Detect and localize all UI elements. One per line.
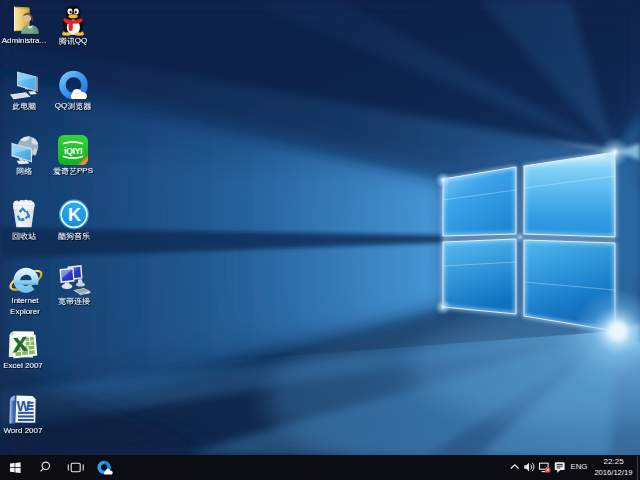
svg-text:2016/12/19: 2016/12/19 <box>594 468 632 477</box>
svg-text:W: W <box>17 398 31 414</box>
svg-text:PPS: PPS <box>77 166 93 175</box>
svg-text:K: K <box>68 205 81 225</box>
svg-text:Internet: Internet <box>11 296 39 305</box>
svg-text:Word 2007: Word 2007 <box>3 426 43 435</box>
svg-text:iQIYI: iQIYI <box>63 146 81 156</box>
svg-text:ENG: ENG <box>571 462 588 471</box>
svg-text:Excel 2007: Excel 2007 <box>3 361 43 370</box>
svg-text:QQ: QQ <box>55 101 67 110</box>
svg-text:22:25: 22:25 <box>604 457 625 466</box>
svg-text:Explorer: Explorer <box>10 307 40 316</box>
svg-text:QQ: QQ <box>74 36 86 45</box>
